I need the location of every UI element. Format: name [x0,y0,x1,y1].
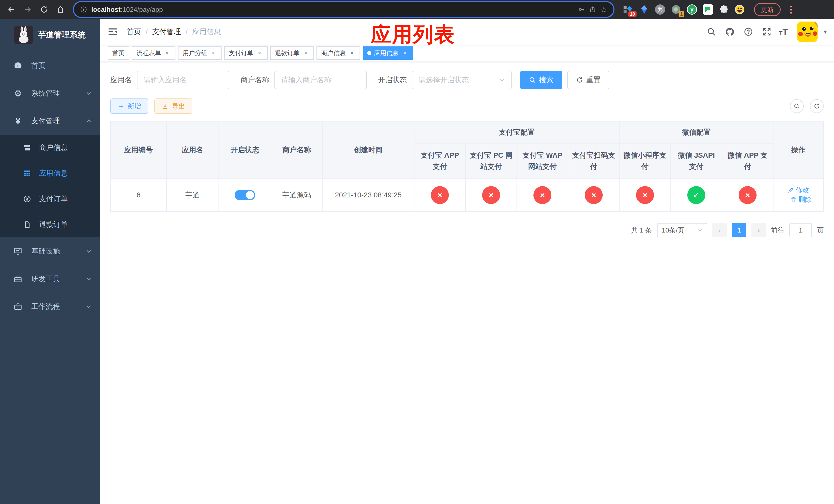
fullscreen-icon[interactable] [761,26,773,38]
header-search-icon[interactable] [705,26,718,38]
refresh-table-button[interactable] [810,99,824,113]
tab-pay-order[interactable]: 支付订单× [224,46,268,60]
payment-submenu: 商户信息 应用信息 支付订单 [0,135,100,237]
share-icon[interactable] [589,6,596,13]
tab-merchant-info[interactable]: 商户信息× [316,46,360,60]
sidebar-collapse-icon[interactable] [107,26,118,38]
export-button[interactable]: 导出 [154,98,192,114]
tab-user-group[interactable]: 用户分组× [178,46,222,60]
col-actions: 操作 [773,121,824,179]
avatar[interactable] [797,22,818,42]
search-button-label: 搜索 [539,75,553,85]
cell-alipay-app: × [414,179,465,211]
browser-reload-button[interactable] [37,2,51,17]
export-button-label: 导出 [172,102,185,111]
extension-kite-icon[interactable] [639,4,650,15]
browser-menu-icon[interactable] [787,6,794,14]
tab-close-icon[interactable]: × [256,49,263,56]
cell-merchant-name: 芋道源码 [271,179,322,211]
sidebar-item-system-management[interactable]: ⚙ 系统管理 [0,79,100,107]
status-toggle[interactable] [235,190,255,200]
extension-circle-icon[interactable]: 1 [671,4,682,15]
tab-close-icon[interactable]: × [302,49,309,56]
extensions-puzzle-icon[interactable] [718,4,729,15]
breadcrumb-home[interactable]: 首页 [127,27,141,37]
sidebar-item-label: 工作流程 [31,302,86,312]
sidebar-item-app-info[interactable]: 应用信息 [0,160,100,186]
sidebar-item-dev-tools[interactable]: 研发工具 [0,265,100,293]
extension-chat-icon[interactable] [702,4,714,15]
tab-close-icon[interactable]: × [210,49,217,56]
cell-actions: 修改 删除 [773,179,824,211]
tab-label: 流程表单 [136,49,161,57]
extensions-area: 10 ⌘ 1 y 更新 [623,3,794,16]
browser-back-button[interactable] [4,2,19,17]
tab-close-icon[interactable]: × [348,49,355,56]
font-size-icon[interactable]: TT [779,27,788,36]
toggle-search-button[interactable] [790,99,804,113]
sidebar-item-label: 退款订单 [39,220,92,229]
search-icon [793,103,800,110]
tab-process-form[interactable]: 流程表单× [132,46,175,60]
tab-home[interactable]: 首页 [108,46,129,60]
browser-forward-button[interactable] [21,2,35,17]
sidebar-item-home[interactable]: 首页 [0,52,100,79]
sidebar-item-payment-management[interactable]: ¥ 支付管理 [0,107,100,135]
tab-label: 用户分组 [182,49,207,57]
page-annotation: 应用列表 [371,21,455,49]
cell-alipay-scan: × [568,179,619,211]
chevron-down-icon [86,303,92,310]
tab-refund-order[interactable]: 退款订单× [270,46,314,60]
avatar-caret-icon[interactable]: ▾ [824,28,827,36]
address-bar[interactable]: localhost:1024/pay/app ☆ [74,2,613,17]
col-status: 开启状态 [219,121,271,179]
profile-emoji-icon[interactable] [734,4,745,15]
page-size-value: 10条/页 [662,226,684,235]
merchant-name-label: 商户名称 [241,75,269,85]
site-info-icon[interactable] [80,6,87,13]
status-label: 开启状态 [378,75,407,85]
reset-button-label: 重置 [586,75,601,85]
chevron-down-icon [86,276,92,282]
password-key-icon[interactable] [578,6,585,13]
bookmark-star-icon[interactable]: ☆ [600,5,607,14]
browser-update-button[interactable]: 更新 [754,3,781,16]
extension-y-icon[interactable]: y [686,4,698,15]
next-page-button[interactable]: › [751,223,766,237]
yen-icon: ¥ [13,116,23,126]
app-name-input[interactable] [137,71,229,89]
browser-toolbar: localhost:1024/pay/app ☆ 10 ⌘ [0,0,834,19]
prev-page-button[interactable]: ‹ [712,223,727,237]
grid-table-icon [23,169,32,178]
sidebar-item-refund-order[interactable]: 退款订单 [0,212,100,237]
sidebar-item-workflow[interactable]: 工作流程 [0,293,100,320]
add-button[interactable]: ＋ 新增 [110,98,148,114]
chevron-down-icon [698,228,703,233]
tab-close-icon[interactable]: × [163,49,171,56]
edit-link[interactable]: 修改 [788,186,809,194]
status-select[interactable]: 请选择开启状态 [412,71,512,89]
delete-link[interactable]: 删除 [790,195,812,204]
extension-command-icon[interactable]: ⌘ [655,4,666,15]
sidebar: 芋道管理系统 首页 ⚙ 系统管理 ¥ 支付管理 [0,19,100,504]
breadcrumb-separator: / [186,28,188,36]
reset-button[interactable]: 重置 [567,71,609,89]
search-button[interactable]: 搜索 [520,71,562,89]
sidebar-item-pay-order[interactable]: 支付订单 [0,186,100,212]
github-icon[interactable] [724,26,736,38]
page-size-select[interactable]: 10条/页 [657,223,707,237]
help-icon[interactable] [742,26,754,38]
sidebar-item-merchant-info[interactable]: 商户信息 [0,135,100,160]
briefcase-icon [13,301,23,312]
tab-close-icon[interactable]: × [401,49,408,56]
extension-grid-diamond-icon[interactable]: 10 [623,4,634,15]
merchant-name-input[interactable] [275,71,367,89]
sidebar-item-infrastructure[interactable]: 基础设施 [0,237,100,265]
breadcrumb-current: 应用信息 [192,27,221,37]
goto-page-input[interactable] [789,223,812,237]
cell-create-time: 2021-10-23 08:49:25 [322,179,414,211]
breadcrumb-payment[interactable]: 支付管理 [152,27,181,37]
app-logo[interactable]: 芋道管理系统 [0,19,100,48]
page-1-button[interactable]: 1 [732,223,746,237]
browser-home-button[interactable] [53,2,68,17]
